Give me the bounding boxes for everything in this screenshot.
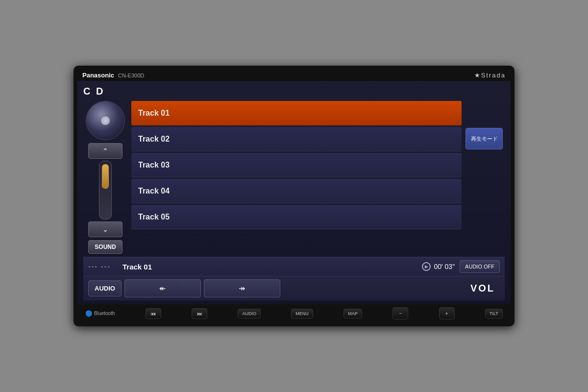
prev-button[interactable]: ↞ <box>124 279 201 297</box>
bluetooth-icon: 🔵 <box>85 310 93 317</box>
cd-disc <box>86 101 125 140</box>
now-playing-track: Track 01 <box>122 263 417 271</box>
audio-main-button[interactable]: AUDIO <box>88 280 122 296</box>
vol-label: VOL <box>466 280 500 297</box>
scroll-down-button[interactable]: ⌄ <box>88 221 122 237</box>
screen: C D ⌃ ⌄ SOUND <box>77 81 511 304</box>
track-item[interactable]: Track 05 <box>131 205 462 229</box>
tilt-hw-button[interactable]: TILT <box>485 309 503 318</box>
scroll-bar-area: ⌃ ⌄ <box>88 143 122 237</box>
model-number: CN-E300D <box>118 73 144 78</box>
play-time-area: ▶ 00' 03" <box>422 262 455 271</box>
cd-center-hole <box>100 116 110 125</box>
menu-hw-button[interactable]: MENU <box>291 309 313 318</box>
bluetooth-label: 🔵 Bluetooth <box>85 310 115 317</box>
bottom-controls: AUDIO ↞ ↠ VOL <box>83 276 505 300</box>
sound-button[interactable]: SOUND <box>88 240 122 254</box>
play-icon: ▶ <box>422 262 431 271</box>
minus-hw-button[interactable]: － <box>392 307 408 319</box>
device: Panasonic CN-E300D ★Strada C D ⌃ <box>74 66 514 326</box>
next-button[interactable]: ↠ <box>204 279 280 297</box>
track-list: Track 01 Track 02 Track 03 Track 04 Trac… <box>131 101 462 254</box>
plus-hw-button[interactable]: ＋ <box>439 307 455 319</box>
series-name: ★Strada <box>474 72 506 79</box>
audio-hw-button[interactable]: AUDIO <box>238 309 261 318</box>
track-item[interactable]: Track 02 <box>131 127 462 151</box>
brand-left: Panasonic CN-E300D <box>82 72 144 79</box>
device-header: Panasonic CN-E300D ★Strada <box>77 70 511 81</box>
audio-off-button[interactable]: AUDIO OFF <box>460 260 500 273</box>
left-panel: ⌃ ⌄ SOUND <box>83 101 127 254</box>
hardware-buttons: 🔵 Bluetooth ⏮ ⏭ AUDIO MENU MAP － ＋ TILT <box>77 304 511 320</box>
scroll-track <box>99 161 112 220</box>
track-item[interactable]: Track 03 <box>131 153 462 177</box>
status-bar: --- --- Track 01 ▶ 00' 03" AUDIO OFF <box>83 257 505 276</box>
main-area: ⌃ ⌄ SOUND Track 01 Track 02 Track 03 Tra… <box>83 101 505 254</box>
screen-title: C D <box>83 86 505 97</box>
right-panel: 再生モード <box>466 101 505 254</box>
screen-inner: C D ⌃ ⌄ SOUND <box>77 81 511 304</box>
track-item[interactable]: Track 01 <box>131 101 462 125</box>
scroll-thumb <box>102 164 109 189</box>
play-time: 00' 03" <box>434 263 455 270</box>
map-hw-button[interactable]: MAP <box>343 309 362 318</box>
brand-name: Panasonic <box>82 72 114 79</box>
track-item[interactable]: Track 04 <box>131 179 462 203</box>
scroll-up-button[interactable]: ⌃ <box>88 143 122 159</box>
playmode-button[interactable]: 再生モード <box>466 128 503 149</box>
next-track-hw-button[interactable]: ⏭ <box>192 308 207 319</box>
prev-track-hw-button[interactable]: ⏮ <box>146 308 161 319</box>
dash-indicator: --- --- <box>88 263 118 270</box>
